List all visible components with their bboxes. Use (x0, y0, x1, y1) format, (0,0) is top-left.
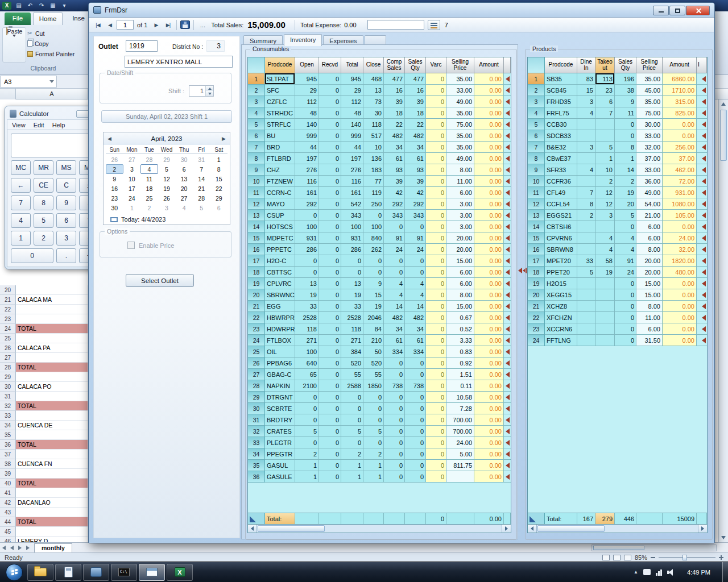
grid-cell[interactable]: SBRWNC (265, 289, 295, 301)
excel-cell[interactable] (16, 334, 88, 343)
grid-cell[interactable]: 58 (595, 255, 615, 267)
grid-cell[interactable]: 33 (341, 301, 363, 312)
grid-cell[interactable]: FRHD35 (545, 96, 577, 107)
calendar-day[interactable]: 8 (210, 164, 228, 174)
layout-view-icon[interactable] (613, 555, 621, 560)
calendar-day[interactable]: 12 (158, 174, 176, 184)
grid-cell[interactable]: 0.00 (474, 346, 504, 357)
grid-cell[interactable]: 3 (577, 142, 595, 153)
grid-cell[interactable]: 738 (405, 380, 426, 392)
grid-cell[interactable]: 6860.00 (663, 73, 697, 85)
grid-cell[interactable]: 0 (295, 403, 319, 414)
grid-cell[interactable]: 44 (341, 142, 363, 153)
excel-cell[interactable] (16, 411, 88, 421)
grid-cell[interactable] (577, 312, 595, 323)
grid-cell[interactable]: 37.00 (663, 153, 697, 164)
grid-cell[interactable]: 0.00 (474, 96, 504, 107)
excel-cell[interactable] (16, 488, 88, 498)
grid-cell[interactable]: 6 (595, 96, 615, 107)
calendar-day[interactable]: 4 (175, 203, 193, 213)
grid-cell[interactable]: 0.00 (663, 323, 697, 335)
grid-cell[interactable]: 0.00 (474, 107, 504, 119)
grid-cell[interactable]: 0.00 (474, 403, 504, 414)
grid-cell[interactable]: 55 (341, 369, 363, 380)
grid-cell[interactable]: 343 (341, 210, 363, 221)
row-header[interactable]: 31 (248, 414, 265, 426)
grid-cell[interactable]: 0.00 (474, 164, 504, 176)
scrollbar-thumb[interactable] (537, 525, 605, 532)
grid-cell[interactable]: 482 (384, 312, 405, 323)
grid-cell[interactable]: 0 (426, 357, 446, 369)
grid-cell[interactable] (577, 130, 595, 142)
grid-cell[interactable]: FTLBRD (265, 153, 295, 164)
grid-cell[interactable]: 0 (319, 187, 341, 198)
grid-cell[interactable] (595, 278, 615, 289)
grid-cell[interactable]: 1080.00 (663, 198, 697, 210)
close-button[interactable] (686, 6, 710, 15)
row-header[interactable]: 15 (528, 232, 545, 244)
grid-cell[interactable]: 0 (384, 392, 405, 403)
calendar-day[interactable]: 7 (193, 164, 210, 174)
row-header[interactable]: 3 (528, 96, 545, 107)
calc-key-0[interactable]: 0 (11, 248, 53, 263)
excel-row-number[interactable]: 27 (0, 353, 16, 363)
grid-cell[interactable]: PPEGTR (265, 448, 295, 460)
grid-cell[interactable]: 343 (384, 210, 405, 221)
calendar-day[interactable]: 26 (106, 155, 123, 164)
grid-cell[interactable]: 49.00 (636, 187, 663, 198)
grid-cell[interactable]: NAPKIN (265, 380, 295, 392)
grid-cell[interactable]: 0.00 (663, 221, 697, 232)
grid-cell[interactable]: 1 (341, 471, 363, 483)
grid-cell[interactable]: 0 (426, 73, 446, 85)
grid-cell[interactable] (577, 153, 595, 164)
paste-button[interactable]: Paste (2, 27, 26, 63)
grid-cell[interactable]: 39 (384, 176, 405, 187)
grid-cell[interactable]: 20.00 (636, 255, 663, 267)
grid-cell[interactable]: 5 (615, 210, 636, 221)
grid-cell[interactable]: 0.00 (474, 187, 504, 198)
grid-cell[interactable]: 0 (426, 176, 446, 187)
grid-cell[interactable]: 7 (577, 187, 595, 198)
grid-cell[interactable]: 0.11 (446, 380, 474, 392)
grid-cell[interactable]: 520 (341, 357, 363, 369)
grid-cell[interactable]: MAYO (265, 198, 295, 210)
calendar-day[interactable]: 20 (175, 184, 193, 193)
grid-cell[interactable]: 6.00 (446, 187, 474, 198)
column-header[interactable]: Sales Qty (405, 57, 426, 73)
excel-cell[interactable] (16, 305, 88, 314)
grid-cell[interactable]: 0 (426, 153, 446, 164)
grid-cell[interactable]: 0 (319, 107, 341, 119)
grid-cell[interactable]: 0 (319, 392, 341, 403)
calc-key-6[interactable]: 6 (56, 213, 76, 228)
calendar-day[interactable]: 28 (193, 193, 210, 203)
grid-cell[interactable]: 931 (295, 232, 319, 244)
row-header[interactable]: 8 (248, 153, 265, 164)
row-header[interactable]: 1 (528, 73, 545, 85)
grid-cell[interactable]: CCRN-C (265, 187, 295, 198)
grid-cell[interactable]: 33 (577, 255, 595, 267)
grid-cell[interactable]: GASULE (265, 471, 295, 483)
grid-cell[interactable]: 0 (295, 210, 319, 221)
grid-cell[interactable]: CPVRN6 (545, 232, 577, 244)
sheet-hscrollbar[interactable] (592, 544, 717, 551)
grid-cell[interactable]: 2100 (295, 380, 319, 392)
row-header[interactable]: 5 (528, 119, 545, 130)
scroll-right-arrow[interactable] (698, 525, 707, 533)
row-header[interactable]: 27 (248, 369, 265, 380)
grid-cell[interactable]: 18 (384, 107, 405, 119)
grid-cell[interactable]: 8.00 (636, 244, 663, 255)
grid-cell[interactable]: 18 (405, 107, 426, 119)
cut-button[interactable]: ✂ Cut (27, 28, 89, 38)
calendar-day[interactable]: 10 (123, 174, 141, 184)
column-header[interactable]: Prodcode (265, 57, 295, 73)
quick-access-icon[interactable]: ↷ (37, 2, 46, 10)
grid-cell[interactable]: 0.00 (663, 278, 697, 289)
grid-cell[interactable]: 4 (577, 107, 595, 119)
grid-cell[interactable]: 0 (426, 164, 446, 176)
grid-cell[interactable]: 0 (341, 403, 363, 414)
grid-cell[interactable]: 0 (426, 346, 446, 357)
grid-cell[interactable]: 21.00 (636, 210, 663, 221)
grid-cell[interactable]: 30.00 (636, 119, 663, 130)
row-header[interactable]: 18 (528, 267, 545, 278)
grid-cell[interactable]: 0 (405, 221, 426, 232)
